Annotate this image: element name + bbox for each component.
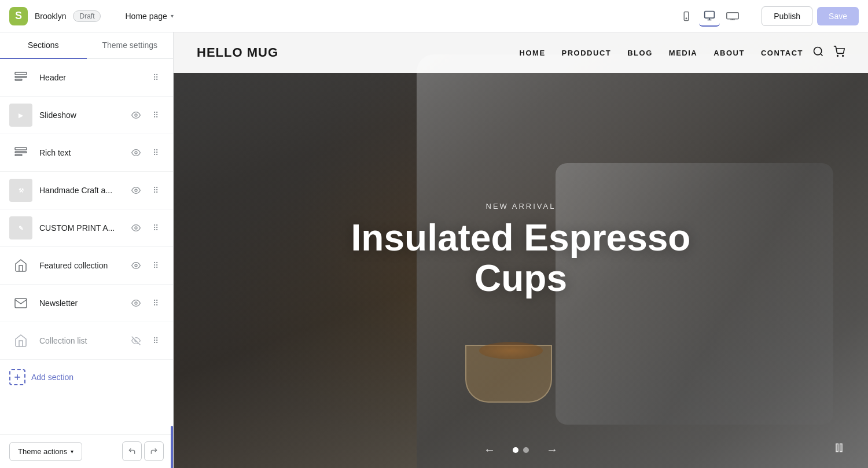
header-icon [9,66,32,89]
tab-theme-settings[interactable]: Theme settings [87,32,174,59]
newsletter-drag-btn[interactable]: ⠿ [148,295,164,311]
svg-point-13 [135,227,137,229]
search-nav-icon[interactable] [812,46,824,60]
featured-collection-drag-btn[interactable]: ⠿ [148,257,164,274]
section-item-slideshow[interactable]: ▶ Slideshow ⠿ [0,97,173,134]
header-controls: ⠿ [148,69,164,86]
website-nav: HELLO MUG HOME PRODDUCT BLOG MEDIA ABOUT… [174,32,868,73]
theme-actions-button[interactable]: Theme actions ▾ [9,442,82,461]
svg-rect-4 [15,72,27,75]
custom-print-label: CUSTOM PRINT A... [39,223,121,233]
hero-subtitle: NEW ARRIVAL [347,202,694,211]
custom-print-visibility-btn[interactable] [128,220,144,236]
add-section-item[interactable]: Add section [0,360,173,395]
sidebar-scroll-indicator [171,426,173,468]
section-item-collection-list[interactable]: Collection list ⠿ [0,322,173,360]
newsletter-label: Newsletter [39,299,121,308]
rich-text-drag-btn[interactable]: ⠿ [148,145,164,161]
collection-list-visibility-btn[interactable] [128,333,144,349]
nav-links: HOME PRODDUCT BLOG MEDIA ABOUT CONTACT [520,49,803,57]
section-item-handmade-craft[interactable]: ⚒ Handmade Craft a... ⠿ [0,172,173,209]
slideshow-label: Slideshow [39,110,121,120]
carousel-controls: ← → [484,443,558,456]
sections-list: Header ⠿ ▶ Slideshow ⠿ [0,59,173,434]
svg-point-12 [135,189,137,191]
featured-collection-visibility-btn[interactable] [128,257,144,274]
undo-button[interactable] [122,441,142,461]
collection-list-drag-btn[interactable]: ⠿ [148,333,164,349]
save-button[interactable]: Save [817,7,859,25]
cup-liquid [479,342,543,359]
handmade-craft-thumbnail: ⚒ [9,179,32,202]
rich-text-visibility-btn[interactable] [128,145,144,161]
handmade-craft-controls: ⠿ [128,182,164,198]
widescreen-device-btn[interactable] [722,6,743,27]
section-item-header[interactable]: Header ⠿ [0,59,173,97]
rich-text-label: Rich text [39,148,121,157]
theme-actions-label: Theme actions [18,447,67,456]
hero-section: HELLO MUG HOME PRODDUCT BLOG MEDIA ABOUT… [174,32,868,468]
cart-nav-icon[interactable] [833,46,845,60]
carousel-next-btn[interactable]: → [546,443,558,456]
nav-link-about[interactable]: ABOUT [713,49,745,57]
custom-print-controls: ⠿ [128,220,164,236]
add-section-icon [9,369,25,385]
nav-link-home[interactable]: HOME [520,49,546,57]
svg-rect-3 [727,12,738,19]
carousel-pause-btn[interactable] [833,442,845,456]
custom-print-drag-btn[interactable]: ⠿ [148,220,164,236]
tab-sections[interactable]: Sections [0,32,87,59]
svg-rect-6 [15,79,22,80]
hero-text-area: NEW ARRIVAL Insulated Espresso Cups [347,202,694,299]
sidebar: Sections Theme settings Header ⠿ ▶ Slide [0,32,174,468]
newsletter-icon [9,292,32,315]
featured-collection-controls: ⠿ [128,257,164,274]
featured-collection-label: Featured collection [39,261,121,270]
featured-collection-icon [9,254,32,277]
collection-list-icon [9,329,32,352]
mobile-device-btn[interactable] [676,6,697,27]
newsletter-controls: ⠿ [128,295,164,311]
site-logo: HELLO MUG [197,45,278,60]
carousel-prev-btn[interactable]: ← [484,443,495,456]
sidebar-tabs: Sections Theme settings [0,32,173,59]
add-section-label: Add section [31,373,73,382]
handmade-craft-visibility-btn[interactable] [128,182,144,198]
theme-actions-chevron: ▾ [71,448,73,455]
redo-button[interactable] [144,441,164,461]
newsletter-visibility-btn[interactable] [128,295,144,311]
carousel-dot-1[interactable] [513,447,518,453]
nav-link-product[interactable]: PRODDUCT [562,49,612,57]
store-name: Brooklyn [35,12,66,21]
header-drag-btn[interactable]: ⠿ [148,69,164,86]
carousel-dot-2[interactable] [523,447,529,453]
svg-point-7 [135,114,137,116]
svg-point-22 [843,55,844,56]
section-item-newsletter[interactable]: Newsletter ⠿ [0,285,173,322]
nav-link-blog[interactable]: BLOG [627,49,653,57]
handmade-craft-drag-btn[interactable]: ⠿ [148,182,164,198]
section-item-featured-collection[interactable]: Featured collection ⠿ [0,247,173,285]
publish-button[interactable]: Publish [762,6,812,26]
header-label: Header [39,73,141,82]
slideshow-drag-btn[interactable]: ⠿ [148,107,164,123]
shopify-logo: S [9,7,28,25]
nav-link-contact[interactable]: CONTACT [761,49,803,57]
desktop-device-btn[interactable] [699,6,720,27]
slideshow-visibility-btn[interactable] [128,107,144,123]
top-bar: S Brooklyn Draft Home page ▾ Publish Sav… [0,0,868,32]
section-item-custom-print[interactable]: ✎ CUSTOM PRINT A... ⠿ [0,209,173,247]
collection-list-label: Collection list [39,336,121,345]
nav-link-media[interactable]: MEDIA [669,49,697,57]
section-item-rich-text[interactable]: Rich text ⠿ [0,134,173,172]
svg-point-14 [135,264,137,267]
carousel-dots [513,447,529,453]
rich-text-icon [9,141,32,164]
hero-title: Insulated Espresso Cups [347,218,694,299]
draft-badge: Draft [73,10,101,22]
page-selector[interactable]: Home page ▾ [119,8,179,24]
svg-rect-24 [840,444,842,451]
collection-list-controls: ⠿ [128,333,164,349]
svg-point-21 [837,55,838,56]
svg-point-19 [814,47,822,54]
